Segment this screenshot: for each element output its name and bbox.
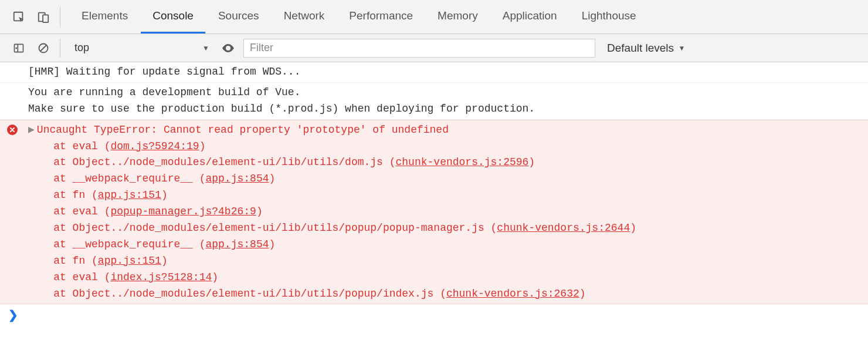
live-expression-icon[interactable] xyxy=(220,40,236,56)
error-header: Uncaught TypeError: Cannot read property… xyxy=(37,124,449,136)
panel-tabs: ElementsConsoleSourcesNetworkPerformance… xyxy=(70,0,648,33)
tab-application[interactable]: Application xyxy=(491,0,569,33)
source-link[interactable]: chunk-vendors.js:2596 xyxy=(396,156,529,168)
source-link[interactable]: dom.js?5924:19 xyxy=(110,140,199,152)
stack-frame: at Object../node_modules/element-ui/lib/… xyxy=(53,288,585,300)
stack-frame: at fn (app.js:151) xyxy=(53,255,167,267)
source-link[interactable]: index.js?5128:14 xyxy=(110,271,212,283)
prompt-caret-icon: ❯ xyxy=(8,308,18,322)
stack-frame: at eval (dom.js?5924:19) xyxy=(53,140,205,152)
stack-frame: at fn (app.js:151) xyxy=(53,189,167,201)
console-output: [HMR] Waiting for update signal from WDS… xyxy=(0,62,868,304)
source-link[interactable]: chunk-vendors.js:2632 xyxy=(446,288,579,300)
tab-sources[interactable]: Sources xyxy=(206,0,271,33)
log-message: [HMR] Waiting for update signal from WDS… xyxy=(28,64,868,80)
console-prompt[interactable]: ❯ xyxy=(0,304,868,325)
execution-context-selector[interactable]: top ▼ xyxy=(69,39,215,58)
toggle-device-toolbar-icon[interactable] xyxy=(35,9,52,25)
chevron-down-icon: ▼ xyxy=(202,44,209,52)
svg-point-7 xyxy=(227,47,229,49)
tab-network[interactable]: Network xyxy=(272,0,337,33)
tab-console[interactable]: Console xyxy=(141,0,205,33)
console-toolbar-icons xyxy=(6,39,60,58)
log-gutter xyxy=(7,122,28,302)
source-link[interactable]: chunk-vendors.js:2644 xyxy=(497,222,630,234)
context-label: top xyxy=(74,42,160,54)
expand-arrow-icon[interactable]: ▶ xyxy=(28,122,35,139)
tab-elements[interactable]: Elements xyxy=(70,0,140,33)
stack-frame: at Object../node_modules/element-ui/lib/… xyxy=(53,222,636,234)
svg-rect-2 xyxy=(43,15,48,22)
levels-label: Default levels xyxy=(607,42,674,55)
console-log-entry: [HMR] Waiting for update signal from WDS… xyxy=(0,62,868,83)
stack-frame: at __webpack_require__ (app.js:854) xyxy=(53,173,275,184)
toggle-console-sidebar-icon[interactable] xyxy=(11,40,27,56)
tab-memory[interactable]: Memory xyxy=(426,0,490,33)
error-icon xyxy=(7,125,18,135)
source-link[interactable]: app.js:854 xyxy=(205,238,269,250)
source-link[interactable]: app.js:151 xyxy=(98,255,161,267)
console-error-entry: ▶Uncaught TypeError: Cannot read propert… xyxy=(0,120,868,305)
toolbar-left-icons xyxy=(6,6,60,28)
inspect-element-icon[interactable] xyxy=(11,9,27,25)
source-link[interactable]: popup-manager.js?4b26:9 xyxy=(110,206,256,217)
chevron-down-icon: ▼ xyxy=(676,44,685,52)
log-message: You are running a development build of V… xyxy=(28,85,868,117)
tab-lighthouse[interactable]: Lighthouse xyxy=(570,0,648,33)
log-gutter xyxy=(7,64,28,80)
filter-input[interactable] xyxy=(243,39,595,58)
clear-console-icon[interactable] xyxy=(35,40,52,56)
stack-frame: at eval (popup-manager.js?4b26:9) xyxy=(53,206,262,217)
source-link[interactable]: app.js:151 xyxy=(98,189,161,201)
console-log-entry: You are running a development build of V… xyxy=(0,83,868,120)
stack-frame: at eval (index.js?5128:14) xyxy=(53,271,218,283)
console-toolbar: top ▼ Default levels ▼ xyxy=(0,34,868,62)
stack-frame: at __webpack_require__ (app.js:854) xyxy=(53,238,275,250)
log-gutter xyxy=(7,85,28,117)
source-link[interactable]: app.js:854 xyxy=(205,173,269,184)
devtools-main-toolbar: ElementsConsoleSourcesNetworkPerformance… xyxy=(0,0,868,34)
stack-frame: at Object../node_modules/element-ui/lib/… xyxy=(53,156,535,168)
tab-performance[interactable]: Performance xyxy=(337,0,425,33)
svg-line-6 xyxy=(40,45,46,51)
log-message: ▶Uncaught TypeError: Cannot read propert… xyxy=(28,122,868,302)
log-levels-selector[interactable]: Default levels ▼ xyxy=(607,42,685,55)
